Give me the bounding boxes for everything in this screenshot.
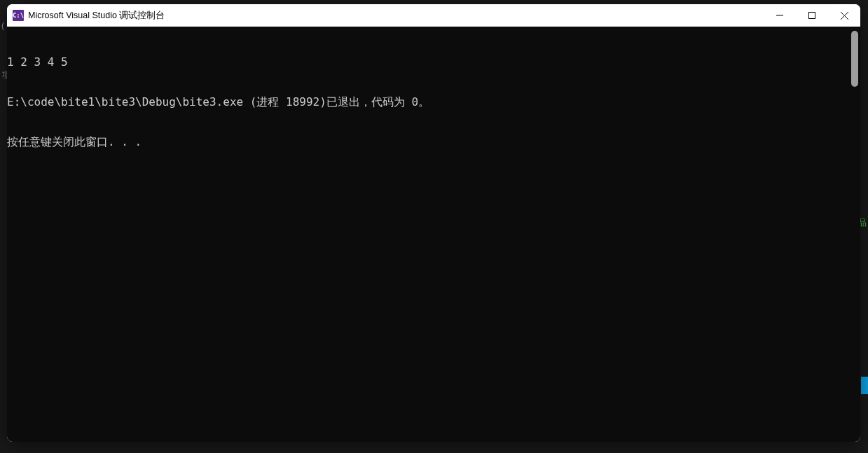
app-icon: C:\ — [13, 10, 24, 21]
console-line: E:\code\bite1\bite3\Debug\bite3.exe (进程 … — [7, 95, 860, 109]
console-output[interactable]: 1 2 3 4 5 E:\code\bite1\bite3\Debug\bite… — [7, 27, 860, 442]
minimize-button[interactable] — [764, 4, 796, 27]
console-line: 按任意键关闭此窗口. . . — [7, 135, 860, 148]
close-icon — [841, 12, 848, 20]
background-editor-fragment: ( — [0, 21, 6, 32]
maximize-icon — [808, 12, 815, 19]
titlebar[interactable]: C:\ Microsoft Visual Studio 调试控制台 — [7, 4, 860, 27]
window-title: Microsoft Visual Studio 调试控制台 — [28, 10, 764, 22]
console-window: C:\ Microsoft Visual Studio 调试控制台 1 2 3 … — [7, 4, 860, 442]
svg-rect-1 — [809, 13, 815, 19]
window-controls — [764, 4, 860, 27]
minimize-icon — [776, 12, 783, 19]
console-line: 1 2 3 4 5 — [7, 55, 860, 69]
background-right-accent — [861, 377, 868, 394]
close-button[interactable] — [828, 4, 860, 27]
scrollbar-track[interactable] — [849, 27, 860, 442]
scrollbar-thumb[interactable] — [851, 31, 858, 87]
maximize-button[interactable] — [796, 4, 828, 27]
